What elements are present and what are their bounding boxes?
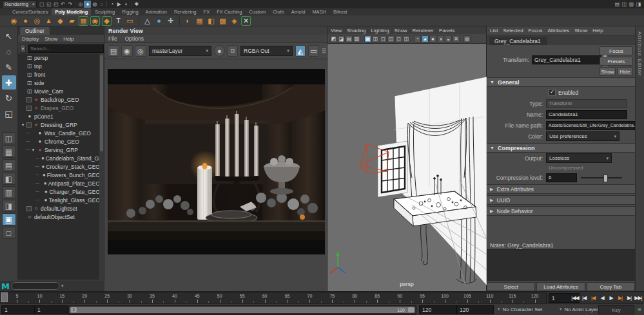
shelf-icon[interactable]: ◆ — [55, 16, 65, 26]
panel-toggle-icon[interactable]: ◨ — [635, 1, 642, 8]
layout-button[interactable]: ◧ — [2, 173, 16, 185]
outliner-menu-item[interactable]: Display — [22, 36, 39, 42]
tool-icon[interactable]: ◌ — [2, 44, 16, 59]
anim-end-field[interactable]: 120 — [456, 305, 494, 314]
panel-toggle-icon[interactable]: ▥ — [628, 1, 635, 8]
viewport-icon[interactable]: ◑ — [437, 35, 444, 43]
playback-start-field[interactable]: 1 — [34, 305, 68, 314]
shelf-icon[interactable]: △ — [142, 16, 152, 26]
shelf-icon[interactable]: ◈ — [229, 16, 239, 26]
status-icon[interactable]: ◌ — [98, 1, 105, 8]
viewport-menu-item[interactable]: View — [331, 28, 342, 33]
shelf-icon[interactable]: ▰ — [67, 16, 77, 26]
compression-level-slider[interactable] — [581, 177, 622, 178]
ae-name-field[interactable]: Grey_Candelabra1 — [532, 55, 601, 64]
shelf-icon[interactable]: ▭ — [125, 16, 135, 26]
layout-button[interactable]: ◫ — [2, 132, 16, 144]
viewport-menu-item[interactable]: Panels — [439, 28, 454, 33]
shelf-tab[interactable]: Sculpting — [92, 8, 118, 15]
outliner-menu-item[interactable]: Help — [63, 36, 73, 42]
perspective-viewport[interactable]: ViewShadingLightingShowRendererPanels ◩◪… — [327, 26, 487, 291]
shelf-icon[interactable]: ▩ — [218, 16, 228, 26]
menu-set-selector[interactable]: Rendering ▾ — [2, 1, 37, 8]
viewport-icon[interactable] — [411, 35, 413, 43]
color-dropdown[interactable]: Use preferences ▾ — [546, 131, 620, 141]
shelf-icon[interactable]: ◐ — [183, 16, 193, 26]
viewport-icon[interactable]: ◫ — [403, 35, 410, 43]
shelf-icon[interactable]: ◉ — [90, 16, 100, 26]
outliner-item[interactable]: ● Chrome_GEO — [18, 137, 100, 146]
render-layer-combo[interactable]: masterLayer▾ — [149, 46, 211, 56]
layout-button[interactable]: ▤ — [2, 159, 16, 171]
ae-side-tab[interactable]: Attribute Editor — [635, 26, 644, 291]
shelf-tab[interactable]: Poly Modeling — [52, 8, 91, 15]
ae-menu-item[interactable]: Selected — [503, 28, 523, 33]
status-icon[interactable]: ◔ — [108, 1, 115, 8]
viewport-menu-item[interactable]: Shading — [347, 28, 366, 33]
outliner-item[interactable]: ● Tealight_Glass_GEO — [18, 196, 100, 204]
status-icon[interactable]: ● — [84, 1, 91, 8]
layout-button[interactable]: ▣ — [2, 213, 16, 225]
presets-button[interactable]: Presets — [600, 57, 633, 66]
tool-icon[interactable]: ✎ — [2, 60, 16, 74]
shelf-icon[interactable]: ▦ — [79, 16, 88, 26]
shelf-tab[interactable]: Custom — [246, 8, 269, 15]
outliner-item[interactable]: ◫ Movie_Cam — [18, 87, 100, 95]
playback-button[interactable]: |◀ — [589, 293, 598, 302]
anim-layer-menu[interactable]: ▾ No Anim Layer — [560, 305, 598, 313]
mel-toggle[interactable]: M — [1, 282, 10, 291]
tool-icon[interactable]: ↻ — [2, 91, 16, 105]
shelf-tab[interactable]: Animation — [142, 8, 170, 15]
section-compression[interactable]: ▼ Compression — [487, 143, 635, 153]
current-time-marker[interactable] — [1, 292, 8, 302]
region-crop-icon[interactable]: ⌑ — [228, 45, 239, 57]
shelf-icon[interactable]: ▦ — [195, 16, 204, 26]
outliner-item[interactable]: ● Crockery_Stack_GEO — [18, 162, 100, 171]
playback-button[interactable]: ◀ — [598, 293, 607, 302]
viewport-icon[interactable]: ◔ — [414, 35, 421, 43]
viewport-icon[interactable]: ● — [429, 35, 436, 43]
anim-layers-icon[interactable]: ≡ — [638, 306, 641, 313]
status-icon[interactable]: ◱ — [45, 1, 52, 8]
status-icon[interactable]: ✱ — [133, 1, 140, 8]
playback-button[interactable]: ▶ — [607, 293, 616, 302]
expand-arrow-icon[interactable]: ▾ — [31, 148, 35, 153]
render-toolbar-icon[interactable]: ◉ — [121, 45, 133, 57]
outliner-item[interactable]: ● Antipasti_Plate_GEO — [18, 179, 100, 187]
shelf-icon[interactable]: ✕ — [241, 16, 251, 26]
range-start-handle[interactable]: 1 — [71, 307, 77, 312]
hide-button[interactable]: Hide — [617, 67, 633, 76]
shelf-icon[interactable]: ● — [21, 16, 30, 26]
outliner-item[interactable]: ◫ front — [18, 70, 100, 79]
tool-icon[interactable]: ✚ — [2, 75, 16, 90]
ae-menu-item[interactable]: Show — [574, 28, 587, 33]
snapshot-swatch-button[interactable]: ● — [214, 45, 225, 57]
expand-arrow-icon[interactable]: ▾ — [21, 122, 25, 128]
outliner-item[interactable]: ◫ top — [18, 62, 100, 70]
shelf-tab[interactable]: Curves/Surfaces — [9, 8, 51, 15]
character-set-menu[interactable]: ▾ No Character Set — [498, 305, 542, 313]
outliner-item[interactable]: ● Wax_Candle_GEO — [18, 129, 100, 137]
show-button[interactable]: Show — [600, 67, 616, 76]
shelf-icon[interactable]: ◆ — [102, 16, 112, 26]
viewport-icon[interactable]: ▤ — [346, 35, 353, 43]
shelf-tab[interactable]: MASH — [309, 8, 329, 15]
visibility-toggle[interactable] — [26, 106, 32, 111]
shelf-tab[interactable]: Cloth — [269, 8, 288, 15]
render-toolbar-icon[interactable]: ◎ — [135, 45, 146, 57]
shelf-tab[interactable]: Arnold — [288, 8, 309, 15]
viewport-menu-item[interactable]: Show — [395, 28, 407, 33]
ae-bottom-button[interactable]: Select — [487, 282, 535, 291]
shelf-icon[interactable]: ◧ — [206, 16, 216, 26]
outliner-item[interactable]: ○ defaultObjectSet — [18, 213, 100, 221]
range-end-handle[interactable] — [408, 307, 414, 312]
shelf-tab[interactable]: Rigging — [119, 8, 141, 15]
viewport-icon[interactable] — [361, 35, 364, 43]
key-button[interactable]: Key — [598, 305, 634, 314]
layout-button[interactable]: ◨ — [2, 200, 16, 212]
focus-button[interactable]: Focus — [600, 46, 633, 55]
status-icon[interactable]: ▶ — [115, 1, 122, 8]
viewport-menu-item[interactable]: Renderer — [413, 28, 434, 33]
shelf-icon[interactable]: ▲ — [44, 16, 54, 26]
status-icon[interactable]: ▢ — [38, 1, 45, 8]
